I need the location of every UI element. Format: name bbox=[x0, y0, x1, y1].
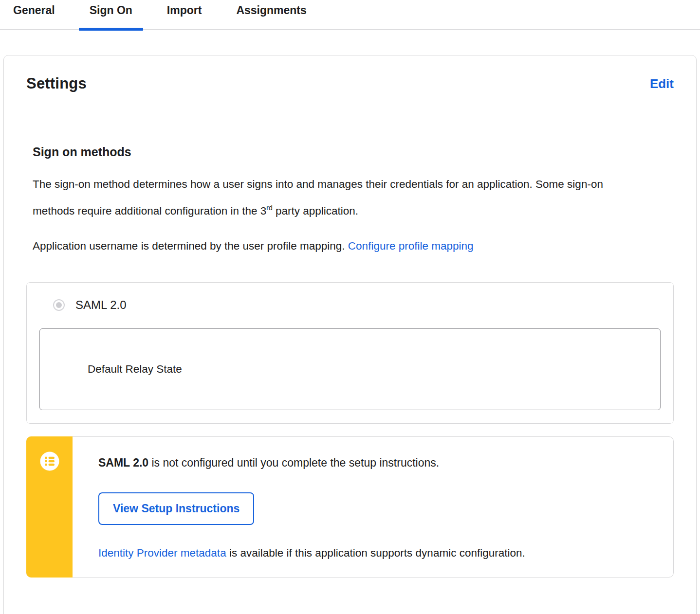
username-text: Application username is determined by th… bbox=[33, 240, 348, 252]
edit-button[interactable]: Edit bbox=[650, 76, 674, 91]
sign-on-description: The sign-on method determines how a user… bbox=[33, 173, 636, 223]
saml-radio-label: SAML 2.0 bbox=[75, 298, 127, 312]
default-relay-state-label: Default Relay State bbox=[88, 363, 182, 376]
saml-setup-callout: SAML 2.0 is not configured until you com… bbox=[26, 436, 674, 578]
sign-on-methods-section: Sign on methods The sign-on method deter… bbox=[26, 145, 674, 578]
identity-provider-metadata-link[interactable]: Identity Provider metadata bbox=[98, 547, 226, 559]
settings-card: Settings Edit Sign on methods The sign-o… bbox=[3, 55, 697, 614]
configure-profile-mapping-link[interactable]: Configure profile mapping bbox=[348, 240, 474, 252]
saml-radio-row: SAML 2.0 bbox=[39, 298, 661, 312]
settings-header: Settings Edit bbox=[26, 75, 674, 92]
callout-message-bold: SAML 2.0 bbox=[98, 456, 148, 469]
username-description: Application username is determined by th… bbox=[33, 235, 636, 258]
section-title: Sign on methods bbox=[33, 145, 674, 159]
tab-sign-on[interactable]: Sign On bbox=[79, 0, 143, 29]
callout-yellow-strip bbox=[26, 436, 73, 578]
callout-message: SAML 2.0 is not configured until you com… bbox=[98, 455, 654, 470]
tab-import[interactable]: Import bbox=[156, 0, 213, 29]
saml-method-box: SAML 2.0 Default Relay State bbox=[26, 282, 674, 424]
app-tabs: General Sign On Import Assignments bbox=[0, 0, 700, 30]
callout-message-rest: is not configured until you complete the… bbox=[148, 456, 439, 469]
default-relay-state-field: Default Relay State bbox=[39, 328, 661, 410]
saml-radio-button[interactable] bbox=[53, 299, 65, 311]
view-setup-instructions-button[interactable]: View Setup Instructions bbox=[98, 492, 254, 525]
callout-metadata-rest: is available if this application support… bbox=[226, 547, 525, 559]
tab-assignments[interactable]: Assignments bbox=[225, 0, 317, 29]
description-superscript: rd bbox=[266, 204, 272, 212]
tab-general[interactable]: General bbox=[2, 0, 66, 29]
page-title: Settings bbox=[26, 75, 87, 92]
callout-metadata: Identity Provider metadata is available … bbox=[98, 545, 654, 561]
description-text-end: party application. bbox=[273, 205, 358, 217]
